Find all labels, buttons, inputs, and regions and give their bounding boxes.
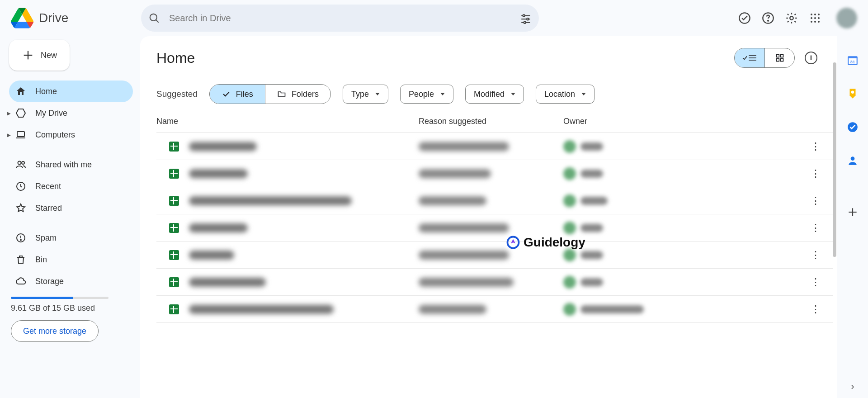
table-row[interactable]: ⋮ [156,160,833,187]
sidebar-item-bin[interactable]: Bin [9,249,133,270]
right-side-panel: 31 › [837,36,868,398]
grid-view-button[interactable] [764,48,794,67]
sidebar-item-home[interactable]: Home [9,81,133,102]
sheets-icon [169,277,179,287]
more-actions-icon[interactable]: ⋮ [807,193,824,209]
file-name [189,169,248,178]
logo-wrap[interactable]: Drive [11,7,137,29]
sidebar-item-shared[interactable]: Shared with me [9,154,133,175]
column-owner[interactable]: Owner [563,117,654,126]
settings-gear-icon[interactable] [785,11,798,25]
sidebar-item-label: Bin [35,255,47,265]
more-actions-icon[interactable]: ⋮ [807,166,824,182]
owner-avatar [563,194,576,207]
sidebar-item-label: My Drive [35,109,67,118]
account-avatar[interactable] [836,8,857,28]
clock-icon [15,181,26,192]
more-actions-icon[interactable]: ⋮ [807,138,824,155]
svg-point-20 [818,21,820,23]
table-header: Name Reason suggested Owner [156,117,833,133]
sidebar-item-label: Computers [35,130,75,140]
chevron-right-icon[interactable]: ▶ [7,133,11,137]
reason-text [419,169,491,178]
search-options-icon[interactable] [519,11,533,25]
svg-point-15 [811,17,812,19]
table-row[interactable]: ⋮ [156,269,833,296]
laptop-icon [15,129,26,140]
owner-name [580,251,603,259]
svg-point-44 [851,156,855,161]
sheets-icon [169,169,179,179]
storage-text: 9.61 GB of 15 GB used [11,303,132,313]
svg-rect-23 [17,132,24,137]
file-name [189,278,266,287]
header-icons [738,8,861,28]
filter-type[interactable]: Type [343,85,388,104]
reason-text [419,278,514,287]
tab-files[interactable]: Files [210,85,265,104]
table-row[interactable]: ⋮ [156,187,833,214]
help-icon[interactable] [761,11,775,25]
sidebar-item-my-drive[interactable]: ▶ My Drive [9,102,133,124]
collapse-panel-icon[interactable]: › [851,381,854,393]
table-row[interactable]: ⋮ [156,242,833,269]
apps-grid-icon[interactable] [808,11,822,25]
more-actions-icon[interactable]: ⋮ [807,220,824,236]
table-row[interactable]: ⋮ [156,133,833,160]
sidebar-item-label: Recent [35,182,61,191]
list-view-button[interactable] [735,48,764,67]
svg-point-16 [814,17,816,19]
sidebar-item-computers[interactable]: ▶ Computers [9,124,133,146]
tasks-icon[interactable] [847,121,859,135]
column-reason[interactable]: Reason suggested [419,117,563,126]
svg-point-6 [527,18,528,20]
svg-point-10 [768,20,769,21]
owner-name [580,142,603,151]
owner-name [580,305,644,313]
tab-folders[interactable]: Folders [265,85,330,104]
more-actions-icon[interactable]: ⋮ [807,274,824,290]
sidebar-item-spam[interactable]: Spam [9,227,133,249]
table-row[interactable]: ⋮ [156,214,833,242]
chevron-down-icon [440,93,445,95]
storage-fill [11,297,73,299]
search-input[interactable] [169,13,511,24]
sidebar-item-recent[interactable]: Recent [9,175,133,197]
file-name [189,305,334,314]
table-row[interactable]: ⋮ [156,296,833,323]
sidebar-item-storage[interactable]: Storage [9,270,133,292]
sidebar-item-label: Starred [35,204,62,213]
chevron-right-icon[interactable]: ▶ [7,111,11,116]
info-icon[interactable]: i [805,52,817,64]
search-bar[interactable] [141,5,539,32]
sidebar-item-starred[interactable]: Starred [9,197,133,219]
owner-avatar [563,167,576,180]
owner-name [580,224,603,232]
get-more-storage-button[interactable]: Get more storage [11,320,99,342]
sheets-icon [169,196,179,206]
column-name[interactable]: Name [156,117,419,126]
reason-text [419,305,486,314]
file-name [189,196,352,205]
search-icon[interactable] [147,11,161,25]
more-actions-icon[interactable]: ⋮ [807,247,824,263]
filter-location[interactable]: Location [536,85,594,104]
tab-files-label: Files [236,90,253,99]
add-icon[interactable] [847,206,859,220]
scrollbar-thumb[interactable] [833,62,836,257]
contacts-icon[interactable] [847,155,859,168]
reason-text [419,142,509,151]
offline-ready-icon[interactable] [738,11,751,25]
new-button[interactable]: New [9,40,70,71]
folder-icon [277,90,286,99]
filter-people[interactable]: People [400,85,453,104]
more-actions-icon[interactable]: ⋮ [807,301,824,317]
filter-modified[interactable]: Modified [465,85,524,104]
sheets-icon [169,142,179,152]
calendar-icon[interactable]: 31 [847,54,859,68]
svg-rect-37 [780,59,783,62]
keep-icon[interactable] [847,88,859,101]
header: Drive [0,0,868,36]
owner-name [580,197,608,205]
svg-line-1 [156,20,159,23]
